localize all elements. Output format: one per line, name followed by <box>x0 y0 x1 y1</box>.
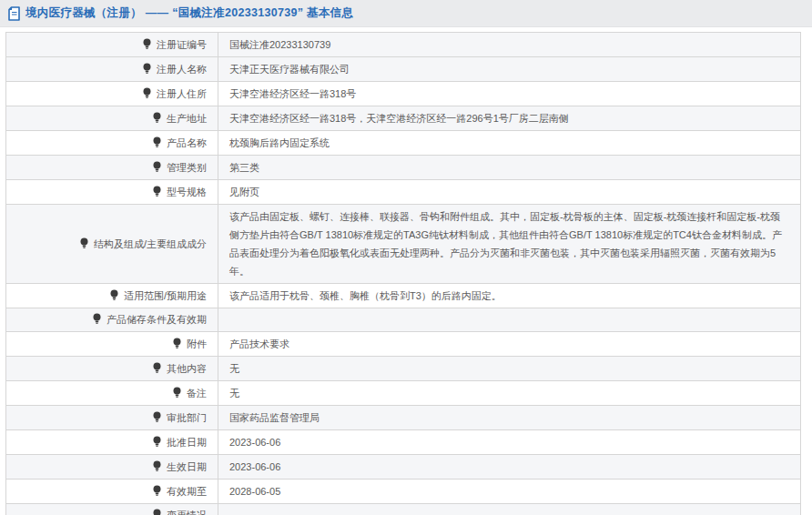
row-value: 该产品由固定板、螺钉、连接棒、联接器、骨钩和附件组成。其中，固定板-枕骨板的主体… <box>229 211 782 277</box>
row-value-cell: 2028-06-05 <box>218 480 801 504</box>
row-value: 国械注准20233130739 <box>229 39 330 50</box>
table-row: 管理类别 第三类 <box>6 156 801 180</box>
row-label-cell: 结构及组成/主要组成成分 <box>6 205 218 284</box>
row-label-cell: 变更情况 <box>6 504 218 515</box>
row-label: 批准日期 <box>167 437 207 448</box>
table-row: 产品名称 枕颈胸后路内固定系统 <box>6 131 801 156</box>
bulb-icon <box>79 237 89 251</box>
bulb-icon <box>152 161 162 175</box>
bulb-icon <box>172 387 182 400</box>
row-label-cell: 批准日期 <box>6 430 218 455</box>
row-label-cell: 备注 <box>6 381 218 406</box>
row-value: 第三类 <box>229 162 259 173</box>
row-label: 变更情况 <box>167 510 207 515</box>
row-label: 备注 <box>187 388 207 399</box>
row-value-cell: 天津正天医疗器械有限公司 <box>218 57 801 82</box>
table-row: 产品储存条件及有效期 <box>6 308 801 332</box>
table-row: 备注 无 <box>6 381 801 406</box>
row-value-cell: 国械注准20233130739 <box>218 33 801 57</box>
bulb-icon <box>109 289 119 303</box>
row-value-cell: 枕颈胸后路内固定系统 <box>218 131 801 156</box>
row-value-cell: 第三类 <box>218 156 801 180</box>
row-label-cell: 附件 <box>6 332 218 357</box>
bulb-icon <box>152 460 162 474</box>
row-value-cell: 2023-06-06 <box>218 430 801 455</box>
row-label-cell: 型号规格 <box>6 180 218 205</box>
row-label-cell: 适用范围/预期用途 <box>6 284 218 308</box>
row-value: 天津空港经济区经一路318号，天津空港经济区经一路296号1号厂房二层南侧 <box>229 113 569 124</box>
table-row: 审批部门 国家药品监督管理局 <box>6 406 801 430</box>
row-label-cell: 注册人住所 <box>6 82 218 106</box>
bulb-icon <box>152 112 162 126</box>
bulb-icon <box>142 38 152 52</box>
row-label-cell: 产品储存条件及有效期 <box>6 308 218 332</box>
row-label-cell: 生效日期 <box>6 455 218 480</box>
table-row: 变更情况 <box>6 504 801 515</box>
bulb-icon <box>172 338 182 351</box>
bulb-icon <box>152 136 162 150</box>
row-label-cell: 产品名称 <box>6 131 218 156</box>
row-value-cell <box>218 504 801 515</box>
row-label: 注册证编号 <box>157 39 207 50</box>
row-value: 天津空港经济区经一路318号 <box>229 88 356 99</box>
row-label-cell: 有效期至 <box>6 480 218 504</box>
bulb-icon <box>142 63 152 76</box>
row-label-cell: 生产地址 <box>6 106 218 131</box>
row-label: 审批部门 <box>167 412 207 423</box>
row-value-cell: 无 <box>218 381 801 406</box>
row-label: 附件 <box>187 338 207 349</box>
table-row: 适用范围/预期用途 该产品适用于枕骨、颈椎、胸椎（枕骨到T3）的后路内固定。 <box>6 284 801 308</box>
row-label: 型号规格 <box>167 187 207 197</box>
table-row: 生效日期 2023-06-06 <box>6 455 801 480</box>
row-value: 2023-06-06 <box>229 461 280 472</box>
row-value-cell: 国家药品监督管理局 <box>218 406 801 430</box>
bulb-icon <box>92 313 102 327</box>
row-label: 产品储存条件及有效期 <box>107 314 207 325</box>
bulb-icon <box>152 186 162 199</box>
row-value-cell <box>218 308 801 332</box>
row-value: 枕颈胸后路内固定系统 <box>229 137 330 148</box>
row-value: 无 <box>229 363 239 374</box>
row-label-cell: 注册人名称 <box>6 57 218 82</box>
row-value-cell: 该产品由固定板、螺钉、连接棒、联接器、骨钩和附件组成。其中，固定板-枕骨板的主体… <box>218 205 801 284</box>
table-row: 注册证编号 国械注准20233130739 <box>6 33 801 57</box>
row-label-cell: 注册证编号 <box>6 33 218 57</box>
row-value-cell: 产品技术要求 <box>218 332 801 357</box>
row-value: 天津正天医疗器械有限公司 <box>229 64 350 75</box>
row-label-cell: 管理类别 <box>6 156 218 180</box>
row-label: 产品名称 <box>167 137 207 148</box>
row-value: 2023-06-06 <box>229 437 280 448</box>
table-row: 型号规格 见附页 <box>6 180 801 205</box>
registration-info-table: 注册证编号 国械注准20233130739 注册人名称 天津正天医疗器械有限公司 <box>5 32 801 515</box>
row-label-cell: 其他内容 <box>6 357 218 381</box>
row-value-cell: 见附页 <box>218 180 801 205</box>
row-value-cell: 天津空港经济区经一路318号，天津空港经济区经一路296号1号厂房二层南侧 <box>218 106 801 131</box>
row-value-cell: 该产品适用于枕骨、颈椎、胸椎（枕骨到T3）的后路内固定。 <box>218 284 801 308</box>
row-value-cell: 2023-06-06 <box>218 455 801 480</box>
table-row: 生产地址 天津空港经济区经一路318号，天津空港经济区经一路296号1号厂房二层… <box>6 106 801 131</box>
row-value: 见附页 <box>229 187 259 197</box>
row-label: 有效期至 <box>167 486 207 497</box>
row-label: 其他内容 <box>167 363 207 374</box>
bulb-icon <box>152 509 162 515</box>
bulb-icon <box>152 436 162 449</box>
row-label: 管理类别 <box>167 162 207 173</box>
bulb-icon <box>152 485 162 499</box>
row-label: 适用范围/预期用途 <box>124 290 207 301</box>
document-icon <box>7 6 21 21</box>
row-value: 国家药品监督管理局 <box>229 412 320 423</box>
table-row: 批准日期 2023-06-06 <box>6 430 801 455</box>
table-row: 注册人住所 天津空港经济区经一路318号 <box>6 82 801 106</box>
row-label: 注册人住所 <box>157 88 207 99</box>
row-label: 注册人名称 <box>157 64 207 75</box>
row-label-cell: 审批部门 <box>6 406 218 430</box>
table-row: 有效期至 2028-06-05 <box>6 480 801 504</box>
row-label: 结构及组成/主要组成成分 <box>94 238 207 249</box>
table-row: 注册人名称 天津正天医疗器械有限公司 <box>6 57 801 82</box>
info-table-body: 注册证编号 国械注准20233130739 注册人名称 天津正天医疗器械有限公司 <box>6 33 801 515</box>
row-value-cell: 无 <box>218 357 801 381</box>
bulb-icon <box>152 411 162 425</box>
row-label: 生效日期 <box>167 461 207 472</box>
table-row: 附件 产品技术要求 <box>6 332 801 357</box>
row-value: 2028-06-05 <box>229 486 280 497</box>
